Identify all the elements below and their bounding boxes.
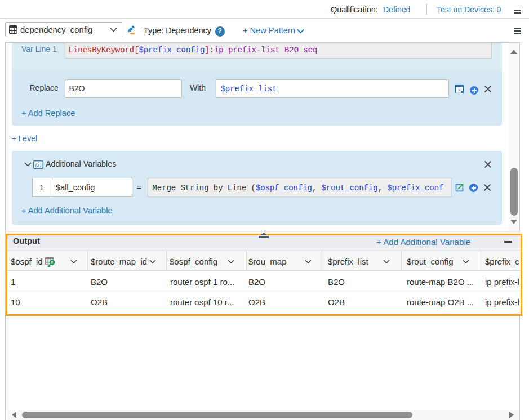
svg-text:(x): (x): [35, 162, 42, 168]
svg-text:x: x: [457, 87, 460, 92]
